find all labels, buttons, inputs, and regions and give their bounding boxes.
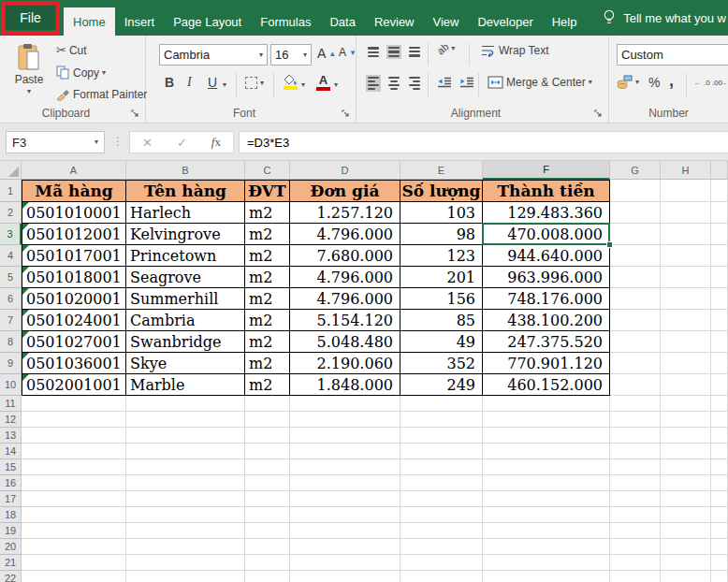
- cell-D5[interactable]: 4.796.000: [290, 267, 400, 288]
- font-dialog-launcher-icon[interactable]: [342, 109, 351, 119]
- font-color-caret[interactable]: ▾: [334, 81, 338, 89]
- cell-F6[interactable]: 748.176.000: [483, 288, 610, 310]
- cell-A8[interactable]: 0501027001: [22, 331, 126, 353]
- middle-align-button[interactable]: [386, 45, 401, 59]
- cancel-icon[interactable]: ✕: [142, 136, 153, 150]
- row-header-20[interactable]: 20: [0, 539, 22, 555]
- cell-D16[interactable]: [290, 475, 400, 491]
- cell-F13[interactable]: [483, 428, 610, 444]
- cell-A17[interactable]: [22, 491, 126, 507]
- cell-E9[interactable]: 352: [400, 353, 483, 374]
- cell-D11[interactable]: [290, 396, 400, 412]
- cell-B10[interactable]: Marble: [126, 374, 245, 396]
- cell-D21[interactable]: [290, 555, 400, 571]
- cell-C10[interactable]: m2: [245, 374, 290, 396]
- cell-E15[interactable]: [400, 459, 483, 475]
- cell-C2[interactable]: m2: [245, 202, 290, 224]
- row-header-21[interactable]: 21: [0, 555, 22, 571]
- row-header-22[interactable]: 22: [0, 571, 22, 582]
- tab-insert[interactable]: Insert: [115, 7, 165, 36]
- cell-A2[interactable]: 0501010001: [22, 202, 126, 224]
- cell-I11[interactable]: [711, 396, 728, 412]
- row-header-3[interactable]: 3: [0, 224, 22, 245]
- cell-D14[interactable]: [290, 444, 400, 459]
- cell-E6[interactable]: 156: [400, 288, 483, 310]
- cell-F21[interactable]: [483, 555, 610, 571]
- cell-D17[interactable]: [290, 491, 400, 507]
- cell-I16[interactable]: [711, 475, 728, 491]
- cell-A13[interactable]: [22, 428, 126, 444]
- cell-H7[interactable]: [661, 310, 711, 331]
- cell-F2[interactable]: 129.483.360: [483, 202, 610, 224]
- cell-A7[interactable]: 0501024001: [22, 310, 126, 331]
- cell-B12[interactable]: [126, 412, 245, 428]
- cell-I20[interactable]: [711, 539, 728, 555]
- increase-decimal-button[interactable]: ←.0 .00: [693, 79, 722, 87]
- cell-D6[interactable]: 4.796.000: [290, 288, 400, 310]
- cell-G17[interactable]: [610, 491, 661, 507]
- cell-E1[interactable]: Số lượng: [400, 180, 483, 202]
- cell-A22[interactable]: [22, 571, 126, 582]
- cell-F16[interactable]: [483, 475, 610, 491]
- tab-view[interactable]: View: [424, 7, 469, 36]
- cell-F22[interactable]: [483, 571, 610, 582]
- cell-H12[interactable]: [661, 412, 711, 428]
- cell-A18[interactable]: [22, 507, 126, 523]
- cell-F10[interactable]: 460.152.000: [483, 374, 610, 396]
- cell-G20[interactable]: [610, 539, 661, 555]
- cell-C12[interactable]: [245, 412, 290, 428]
- cell-D4[interactable]: 7.680.000: [290, 245, 400, 267]
- row-header-4[interactable]: 4: [0, 245, 22, 267]
- cell-I19[interactable]: [711, 523, 728, 539]
- cell-D7[interactable]: 5.154.120: [290, 310, 400, 331]
- column-header-G[interactable]: G: [610, 161, 661, 180]
- cell-A10[interactable]: 0502001001: [22, 374, 126, 396]
- cell-I6[interactable]: [711, 288, 728, 310]
- column-header-H[interactable]: H: [661, 161, 711, 180]
- cell-A9[interactable]: 0501036001: [22, 353, 126, 374]
- row-header-19[interactable]: 19: [0, 523, 22, 539]
- cell-G15[interactable]: [610, 459, 661, 475]
- orientation-caret[interactable]: ▾: [451, 45, 455, 52]
- row-header-10[interactable]: 10: [0, 374, 22, 396]
- cell-I15[interactable]: [711, 459, 728, 475]
- cell-E21[interactable]: [400, 555, 483, 571]
- cell-I4[interactable]: [711, 245, 728, 267]
- cell-G22[interactable]: [610, 571, 661, 582]
- insert-function-icon[interactable]: fx: [211, 135, 221, 150]
- cell-H16[interactable]: [661, 475, 711, 491]
- cell-A4[interactable]: 0501017001: [22, 245, 126, 267]
- cell-I3[interactable]: [711, 224, 728, 245]
- fill-color-caret[interactable]: ▾: [301, 81, 305, 89]
- cell-B19[interactable]: [126, 523, 245, 539]
- cell-C21[interactable]: [245, 555, 290, 571]
- alignment-dialog-launcher-icon[interactable]: [594, 109, 604, 119]
- cell-G18[interactable]: [610, 507, 661, 523]
- accounting-caret[interactable]: ▾: [635, 79, 639, 86]
- cell-G13[interactable]: [610, 428, 661, 444]
- cell-D18[interactable]: [290, 507, 400, 523]
- format-painter-button[interactable]: Format Painter: [56, 88, 147, 101]
- cell-B3[interactable]: Kelvingrove: [126, 224, 245, 245]
- row-header-5[interactable]: 5: [0, 267, 22, 288]
- cell-B20[interactable]: [126, 539, 245, 555]
- cell-C17[interactable]: [245, 491, 290, 507]
- increase-indent-button[interactable]: [459, 77, 474, 88]
- cell-E22[interactable]: [400, 571, 483, 582]
- cell-F12[interactable]: [483, 412, 610, 428]
- column-header-B[interactable]: B: [126, 161, 245, 180]
- cell-G5[interactable]: [610, 267, 661, 288]
- cell-F17[interactable]: [483, 491, 610, 507]
- comma-style-button[interactable]: ,: [669, 71, 674, 91]
- tab-home[interactable]: Home: [64, 7, 115, 36]
- paste-dropdown-caret[interactable]: ▾: [27, 88, 31, 95]
- row-header-14[interactable]: 14: [0, 444, 22, 459]
- align-right-button[interactable]: [407, 75, 422, 92]
- cell-I1[interactable]: [711, 180, 728, 202]
- cell-F4[interactable]: 944.640.000: [483, 245, 610, 267]
- cell-G8[interactable]: [610, 331, 661, 353]
- percent-style-button[interactable]: %: [648, 75, 660, 90]
- cell-G3[interactable]: [610, 224, 661, 245]
- cell-C18[interactable]: [245, 507, 290, 523]
- merge-center-caret[interactable]: ▾: [589, 79, 592, 86]
